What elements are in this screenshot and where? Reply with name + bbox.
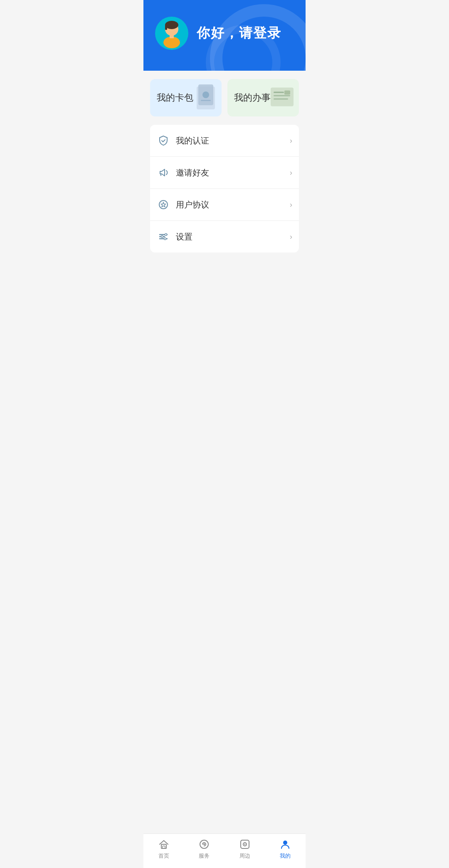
nearby-nav-label: 周边 <box>239 852 250 860</box>
certification-label: 我的认证 <box>176 135 290 146</box>
svg-rect-8 <box>201 100 211 101</box>
cards-row: 我的卡包 我的办事 <box>150 79 299 116</box>
svg-rect-9 <box>271 88 294 106</box>
svg-rect-10 <box>274 92 284 93</box>
service-icon <box>198 838 210 851</box>
agreement-label: 用户协议 <box>176 199 290 210</box>
svg-rect-13 <box>284 91 290 95</box>
svg-point-27 <box>244 844 245 845</box>
svg-point-24 <box>203 843 205 845</box>
svg-point-7 <box>202 91 209 98</box>
svg-rect-21 <box>161 844 166 848</box>
menu-item-invite[interactable]: 邀请好友 › <box>150 157 299 189</box>
svg-point-3 <box>163 37 180 48</box>
bottom-nav: 首页 服务 周边 我的 <box>143 833 306 868</box>
wallet-card[interactable]: 我的卡包 <box>150 79 222 116</box>
svg-point-28 <box>283 841 287 845</box>
nearby-icon <box>239 838 251 851</box>
megaphone-icon <box>157 166 170 179</box>
mine-nav-label: 我的 <box>280 852 291 860</box>
chevron-icon-invite: › <box>290 168 292 177</box>
invite-label: 邀请好友 <box>176 167 290 178</box>
svg-point-14 <box>159 200 168 209</box>
avatar-image <box>155 17 188 50</box>
shield-icon <box>157 134 170 147</box>
chevron-icon-settings: › <box>290 232 292 241</box>
greeting-text[interactable]: 你好，请登录 <box>197 24 281 42</box>
nav-item-nearby[interactable]: 周边 <box>230 838 259 860</box>
main-content: 我的卡包 我的办事 <box>143 71 306 294</box>
work-card-label: 我的办事 <box>234 91 271 104</box>
home-nav-label: 首页 <box>158 852 169 860</box>
star-icon <box>157 198 170 211</box>
menu-item-certification[interactable]: 我的认证 › <box>150 125 299 157</box>
nav-item-home[interactable]: 首页 <box>149 838 178 860</box>
svg-rect-2 <box>165 25 167 30</box>
menu-item-agreement[interactable]: 用户协议 › <box>150 189 299 221</box>
settings-icon <box>157 230 170 243</box>
svg-rect-4 <box>170 35 174 38</box>
wallet-card-label: 我的卡包 <box>157 91 193 104</box>
nav-item-service[interactable]: 服务 <box>190 838 219 860</box>
home-icon <box>158 838 170 851</box>
menu-item-settings[interactable]: 设置 › <box>150 221 299 252</box>
svg-point-20 <box>164 238 166 240</box>
svg-rect-12 <box>274 99 288 100</box>
avatar[interactable] <box>155 17 188 50</box>
work-card[interactable]: 我的办事 <box>227 79 299 116</box>
service-nav-label: 服务 <box>199 852 210 860</box>
svg-point-18 <box>165 234 167 236</box>
chevron-icon-agreement: › <box>290 200 292 209</box>
settings-label: 设置 <box>176 231 290 242</box>
svg-point-19 <box>161 236 163 238</box>
chevron-icon-certification: › <box>290 136 292 145</box>
svg-rect-11 <box>274 95 290 96</box>
nav-item-mine[interactable]: 我的 <box>271 838 300 860</box>
doc-icon <box>269 86 296 110</box>
header: 你好，请登录 <box>143 0 306 71</box>
mine-icon <box>279 838 291 851</box>
wallet-icon <box>193 82 218 113</box>
menu-section: 我的认证 › 邀请好友 › 用户协议 <box>150 125 299 252</box>
